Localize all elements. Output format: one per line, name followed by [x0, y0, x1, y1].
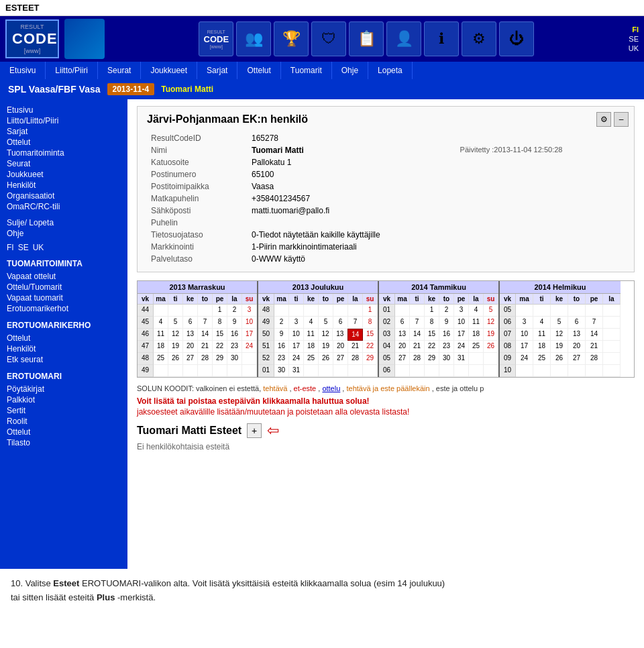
cal-cell-2-4-0[interactable]: 27	[395, 353, 410, 365]
sidebar-item-seurat[interactable]: Seurat	[7, 158, 121, 169]
cal-cell-0-4-0[interactable]: 25	[154, 353, 168, 365]
cal-cell-0-0-5[interactable]: 2	[227, 305, 242, 317]
cal-cell-2-0-6[interactable]: 5	[484, 305, 498, 317]
cal-cell-3-4-2[interactable]: 26	[551, 353, 568, 365]
nav-icon-table[interactable]: 📋	[349, 21, 384, 56]
cal-cell-1-4-2[interactable]: 25	[304, 353, 319, 365]
sidebar-item-henkilot[interactable]: Henkilöt	[7, 180, 121, 191]
cal-cell-0-2-4[interactable]: 15	[213, 329, 227, 341]
cal-cell-2-3-2[interactable]: 22	[425, 341, 439, 353]
cal-cell-1-3-5[interactable]: 21	[348, 341, 363, 353]
cal-cell-0-3-3[interactable]: 21	[198, 341, 213, 353]
sidebar-item-sarjat[interactable]: Sarjat	[7, 126, 121, 137]
cal-cell-1-4-6[interactable]: 29	[363, 353, 378, 365]
cal-cell-1-1-1[interactable]: 3	[289, 317, 304, 329]
cal-cell-0-3-4[interactable]: 22	[213, 341, 227, 353]
add-esteet-btn[interactable]: +	[247, 423, 262, 438]
cal-cell-2-3-5[interactable]: 25	[469, 341, 484, 353]
sidebar-lang-se[interactable]: SE	[18, 243, 29, 252]
cal-cell-2-2-2[interactable]: 15	[425, 329, 439, 341]
cal-cell-1-4-4[interactable]: 27	[333, 353, 348, 365]
sidebar-item-liitto[interactable]: Liitto/Liitto/Piiri	[7, 115, 121, 126]
cal-cell-0-1-2[interactable]: 6	[183, 317, 198, 329]
cal-cell-0-2-0[interactable]: 11	[154, 329, 168, 341]
cal-cell-2-4-2[interactable]: 29	[425, 353, 439, 365]
nav-ohje[interactable]: Ohje	[332, 62, 368, 79]
nav-icon-power[interactable]: ⏻	[499, 21, 534, 56]
cal-cell-1-3-3[interactable]: 19	[319, 341, 333, 353]
sidebar-item-organisaatiot[interactable]: Organisaatiot	[7, 191, 121, 201]
cal-cell-0-3-5[interactable]: 23	[227, 341, 242, 353]
cal-cell-0-4-5[interactable]: 30	[227, 353, 242, 365]
sidebar-item-erk-ottelut[interactable]: Ottelut	[7, 333, 121, 343]
cal-cell-0-0-4[interactable]: 1	[213, 305, 227, 317]
cal-cell-3-3-4[interactable]: 21	[586, 341, 603, 353]
card-settings-btn[interactable]: ⚙	[596, 112, 611, 127]
sidebar-item-etk-seurat[interactable]: Etk seurat	[7, 354, 121, 365]
cal-cell-0-4-1[interactable]: 26	[168, 353, 183, 365]
cal-cell-3-1-0[interactable]: 3	[516, 317, 533, 329]
cal-cell-3-3-2[interactable]: 19	[551, 341, 568, 353]
cal-cell-1-5-1[interactable]: 31	[289, 365, 304, 377]
sidebar-item-sertit[interactable]: Sertit	[7, 405, 121, 416]
cal-cell-2-1-1[interactable]: 7	[410, 317, 425, 329]
sidebar-lang-fi[interactable]: FI	[7, 243, 14, 252]
cal-cell-3-4-1[interactable]: 25	[533, 353, 551, 365]
cal-cell-0-1-0[interactable]: 4	[154, 317, 168, 329]
nav-liitto[interactable]: Liitto/Piiri	[46, 62, 98, 79]
cal-cell-2-4-3[interactable]: 30	[439, 353, 454, 365]
sidebar-item-vapaat-tuomarit[interactable]: Vapaat tuomarit	[7, 292, 121, 303]
nav-tuomarit[interactable]: Tuomarit	[281, 62, 332, 79]
cal-cell-3-2-2[interactable]: 12	[551, 329, 568, 341]
cal-cell-0-4-4[interactable]: 29	[213, 353, 227, 365]
cal-cell-1-2-6[interactable]: 15	[363, 329, 378, 341]
cal-cell-3-3-3[interactable]: 20	[568, 341, 586, 353]
cal-cell-2-2-4[interactable]: 17	[454, 329, 469, 341]
cal-cell-1-4-5[interactable]: 28	[348, 353, 363, 365]
nav-etusivu[interactable]: Etusivu	[0, 62, 46, 79]
nav-icon-cup[interactable]: 🏆	[274, 21, 309, 56]
sidebar-item-sulje[interactable]: Sulje/ Lopeta	[7, 217, 121, 228]
cal-cell-2-0-3[interactable]: 2	[439, 305, 454, 317]
cal-cell-2-2-0[interactable]: 13	[395, 329, 410, 341]
cal-cell-1-2-3[interactable]: 12	[319, 329, 333, 341]
cal-cell-1-4-1[interactable]: 24	[289, 353, 304, 365]
sidebar-item-ottelu-tuomarit[interactable]: Ottelu/Tuomarit	[7, 282, 121, 292]
sidebar-item-tilasto[interactable]: Tilasto	[7, 437, 121, 448]
cal-cell-0-4-3[interactable]: 28	[198, 353, 213, 365]
sidebar-item-e-ottelut[interactable]: Ottelut	[7, 427, 121, 437]
sidebar-item-roolit[interactable]: Roolit	[7, 416, 121, 427]
cal-cell-1-2-0[interactable]: 9	[274, 329, 289, 341]
lang-fi[interactable]: FI	[629, 25, 639, 34]
cal-cell-3-4-4[interactable]: 28	[586, 353, 603, 365]
cal-cell-1-2-2[interactable]: 11	[304, 329, 319, 341]
cal-cell-0-3-2[interactable]: 20	[183, 341, 198, 353]
sidebar-item-ottelut[interactable]: Ottelut	[7, 137, 121, 148]
sidebar-item-erotuomarikerhot[interactable]: Erotuomarikerhot	[7, 303, 121, 314]
cal-cell-2-1-0[interactable]: 6	[395, 317, 410, 329]
cal-cell-1-3-6[interactable]: 22	[363, 341, 378, 353]
nav-icon-info[interactable]: ℹ	[424, 21, 459, 56]
cal-cell-1-2-4[interactable]: 13	[333, 329, 347, 341]
cal-cell-1-3-2[interactable]: 18	[304, 341, 319, 353]
cal-cell-1-4-3[interactable]: 26	[319, 353, 333, 365]
cal-cell-3-2-1[interactable]: 11	[533, 329, 551, 341]
cal-cell-3-3-0[interactable]: 17	[516, 341, 533, 353]
cal-cell-3-4-0[interactable]: 24	[516, 353, 533, 365]
cal-cell-3-1-2[interactable]: 5	[551, 317, 568, 329]
cal-cell-0-2-3[interactable]: 14	[198, 329, 213, 341]
cal-cell-2-1-5[interactable]: 11	[469, 317, 484, 329]
cal-cell-1-3-0[interactable]: 16	[274, 341, 289, 353]
cal-cell-2-3-4[interactable]: 24	[454, 341, 469, 353]
cal-cell-3-1-3[interactable]: 6	[568, 317, 586, 329]
nav-seurat[interactable]: Seurat	[98, 62, 141, 79]
cal-cell-0-3-1[interactable]: 19	[168, 341, 183, 353]
cal-cell-3-2-3[interactable]: 13	[568, 329, 586, 341]
cal-cell-0-1-5[interactable]: 9	[227, 317, 242, 329]
cal-cell-0-1-1[interactable]: 5	[168, 317, 183, 329]
nav-icon-resultcode[interactable]: RESULT CODE [www]	[199, 21, 233, 56]
lang-se[interactable]: SE	[629, 35, 639, 43]
cal-cell-1-0-6[interactable]: 1	[363, 305, 378, 317]
sidebar-item-poytakirjat[interactable]: Pöytäkirjat	[7, 384, 121, 394]
cal-cell-2-3-6[interactable]: 26	[484, 341, 498, 353]
